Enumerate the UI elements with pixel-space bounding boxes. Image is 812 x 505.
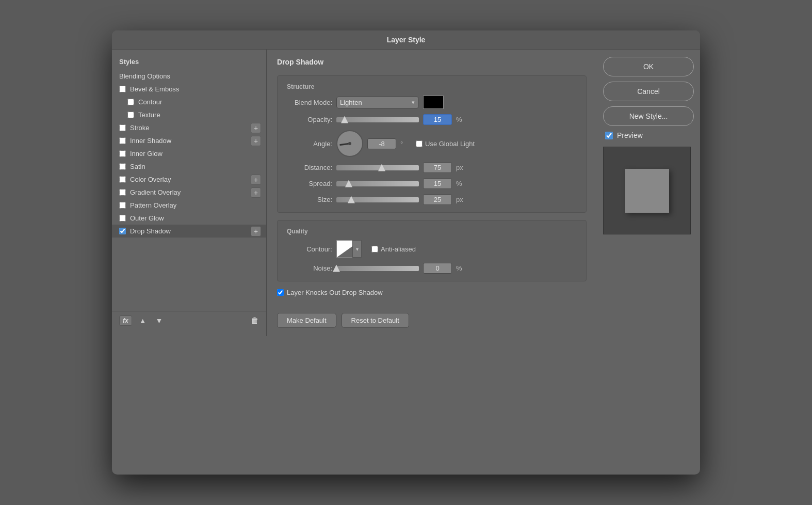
distance-label: Distance: — [286, 164, 332, 171]
preview-square — [625, 169, 669, 213]
anti-aliased-checkbox[interactable] — [371, 246, 378, 253]
color-overlay-checkbox[interactable] — [119, 176, 126, 183]
blend-mode-select-wrapper: Normal Dissolve Darken Multiply Color Bu… — [336, 97, 419, 108]
contour-select-wrapper: ▾ — [336, 240, 361, 258]
stroke-add-icon[interactable]: + — [251, 123, 261, 133]
sidebar-item-gradient-overlay[interactable]: Gradient Overlay + — [112, 186, 266, 199]
bevel-emboss-label: Bevel & Emboss — [130, 85, 179, 93]
delete-button[interactable]: 🗑 — [251, 316, 259, 325]
cancel-button[interactable]: Cancel — [603, 82, 694, 101]
drop-shadow-checkbox[interactable] — [119, 228, 126, 234]
sidebar-item-texture[interactable]: Texture — [112, 108, 266, 121]
contour-dropdown-arrow[interactable]: ▾ — [352, 240, 362, 258]
use-global-light-label: Use Global Light — [416, 140, 475, 148]
drop-shadow-label: Drop Shadow — [130, 227, 171, 235]
angle-row: Angle: ° Use Global Light — [286, 130, 578, 157]
bevel-emboss-checkbox[interactable] — [119, 86, 126, 92]
outer-glow-label: Outer Glow — [130, 214, 164, 222]
contour-checkbox[interactable] — [127, 99, 134, 105]
noise-slider[interactable] — [336, 266, 419, 271]
section-title: Drop Shadow — [277, 58, 587, 66]
right-panel: OK Cancel New Style... Preview — [597, 50, 700, 336]
sidebar-item-drop-shadow[interactable]: Drop Shadow + — [112, 225, 266, 238]
preview-box — [603, 147, 691, 234]
opacity-slider[interactable] — [336, 117, 419, 122]
layer-knocks-row: Layer Knocks Out Drop Shadow — [277, 289, 587, 296]
size-slider[interactable] — [336, 197, 419, 202]
noise-row: Noise: % — [286, 263, 578, 274]
opacity-input[interactable] — [423, 114, 452, 125]
use-global-light-checkbox[interactable] — [416, 140, 423, 147]
size-row: Size: px — [286, 194, 578, 205]
gradient-overlay-checkbox[interactable] — [119, 189, 126, 196]
title-bar: Layer Style — [112, 30, 700, 50]
noise-input[interactable] — [423, 263, 452, 274]
sidebar-item-contour[interactable]: Contour — [112, 96, 266, 108]
outer-glow-checkbox[interactable] — [119, 215, 126, 222]
stroke-checkbox[interactable] — [119, 124, 126, 131]
opacity-row: Opacity: % — [286, 114, 578, 125]
color-overlay-label: Color Overlay — [130, 176, 171, 183]
sidebar-item-bevel-emboss[interactable]: Bevel & Emboss — [112, 83, 266, 96]
sidebar-item-color-overlay[interactable]: Color Overlay + — [112, 173, 266, 186]
quality-panel: Quality Contour: ▾ — [277, 220, 587, 281]
inner-glow-checkbox[interactable] — [119, 150, 126, 157]
noise-unit: % — [456, 264, 467, 272]
sidebar-item-inner-shadow[interactable]: Inner Shadow + — [112, 134, 266, 147]
preview-checkbox[interactable] — [605, 132, 613, 139]
spread-slider[interactable] — [336, 181, 419, 186]
gradient-overlay-label: Gradient Overlay — [130, 188, 181, 196]
inner-shadow-add-icon[interactable]: + — [251, 136, 261, 146]
inner-shadow-checkbox[interactable] — [119, 137, 126, 144]
gradient-overlay-add-icon[interactable]: + — [251, 187, 261, 198]
new-style-button[interactable]: New Style... — [603, 106, 694, 126]
inner-shadow-label: Inner Shadow — [130, 137, 171, 145]
spread-input[interactable] — [423, 178, 452, 189]
styles-label: Styles — [112, 56, 266, 70]
make-default-button[interactable]: Make Default — [277, 313, 336, 328]
contour-row: Contour: ▾ Anti-aliased — [286, 240, 578, 258]
main-content-panel: Drop Shadow Structure Blend Mode: Normal… — [267, 50, 597, 336]
quality-subtitle: Quality — [286, 228, 578, 235]
move-down-button[interactable]: ▼ — [154, 315, 165, 326]
structure-panel: Structure Blend Mode: Normal Dissolve Da… — [277, 75, 587, 213]
use-global-light-text: Use Global Light — [425, 140, 475, 148]
distance-unit: px — [456, 164, 467, 171]
size-input[interactable] — [423, 194, 452, 205]
sidebar-item-inner-glow[interactable]: Inner Glow — [112, 147, 266, 160]
blend-color-swatch[interactable] — [423, 96, 444, 109]
fx-button[interactable]: fx — [119, 315, 132, 326]
ok-button[interactable]: OK — [603, 57, 694, 76]
size-label: Size: — [286, 196, 332, 203]
satin-label: Satin — [130, 163, 145, 170]
color-overlay-add-icon[interactable]: + — [251, 175, 261, 185]
sidebar-item-outer-glow[interactable]: Outer Glow — [112, 212, 266, 225]
layer-style-dialog: Layer Style Styles Blending Options Beve… — [112, 30, 700, 475]
left-bottom-toolbar: fx ▲ ▼ 🗑 — [112, 311, 266, 330]
distance-slider[interactable] — [336, 165, 419, 170]
sidebar-item-pattern-overlay[interactable]: Pattern Overlay — [112, 199, 266, 212]
inner-glow-label: Inner Glow — [130, 150, 163, 157]
blend-mode-select[interactable]: Normal Dissolve Darken Multiply Color Bu… — [336, 97, 419, 108]
contour-label: Contour — [138, 98, 162, 106]
drop-shadow-add-icon[interactable]: + — [251, 226, 261, 236]
blend-mode-row: Blend Mode: Normal Dissolve Darken Multi… — [286, 96, 578, 109]
reset-to-default-button[interactable]: Reset to Default — [342, 313, 409, 328]
angle-dial[interactable] — [336, 130, 363, 157]
layer-knocks-checkbox[interactable] — [277, 289, 284, 296]
structure-subtitle: Structure — [286, 83, 578, 90]
sidebar-item-blending-options[interactable]: Blending Options — [112, 70, 266, 83]
sidebar-item-stroke[interactable]: Stroke + — [112, 121, 266, 134]
blend-mode-label: Blend Mode: — [286, 99, 332, 106]
distance-input[interactable] — [423, 162, 452, 173]
texture-checkbox[interactable] — [127, 112, 134, 118]
move-up-button[interactable]: ▲ — [137, 315, 149, 326]
sidebar-item-satin[interactable]: Satin — [112, 160, 266, 173]
preview-text: Preview — [617, 131, 643, 139]
angle-input[interactable] — [367, 138, 396, 149]
satin-checkbox[interactable] — [119, 163, 126, 170]
size-unit: px — [456, 196, 467, 203]
layer-knocks-label: Layer Knocks Out Drop Shadow — [287, 289, 383, 296]
angle-unit: ° — [400, 140, 412, 148]
pattern-overlay-checkbox[interactable] — [119, 202, 126, 209]
